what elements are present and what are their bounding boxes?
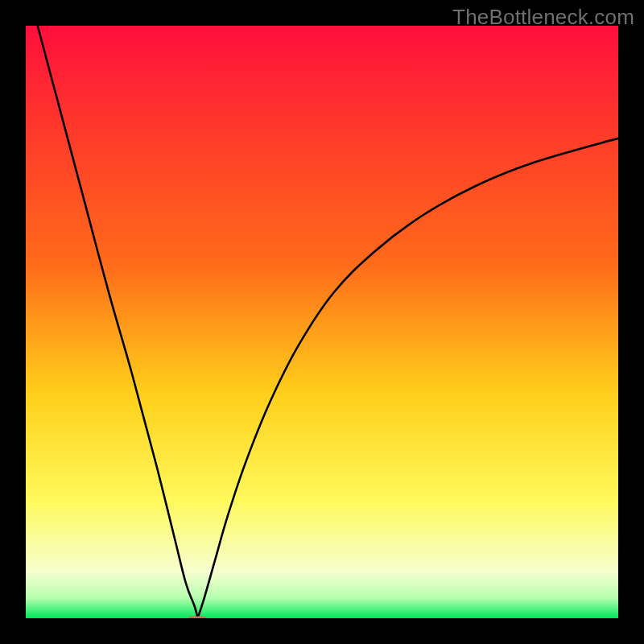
plot-area [26,26,618,618]
watermark-text: TheBottleneck.com [452,5,634,30]
bottleneck-curve [26,26,618,618]
chart-frame: TheBottleneck.com [0,0,644,644]
minimum-marker [187,617,208,618]
